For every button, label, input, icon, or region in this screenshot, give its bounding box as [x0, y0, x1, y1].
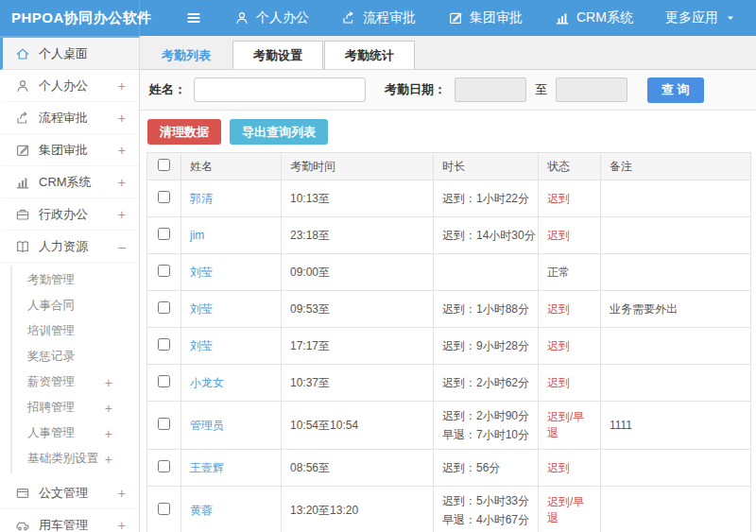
search-button[interactable]: 查 询 [647, 77, 704, 103]
sidebar-item-document-mgmt[interactable]: 公文管理+ [0, 477, 139, 509]
nav-item-label: 流程审批 [363, 9, 416, 26]
row-checkbox[interactable] [158, 228, 170, 240]
employee-name-link[interactable]: 黄蓉 [190, 504, 213, 517]
note-cell [601, 365, 751, 402]
sidebar-item-crm-system[interactable]: CRM系统+ [0, 166, 139, 198]
clear-data-button[interactable]: 清理数据 [147, 119, 221, 145]
submenu-item-label: 人事合同 [27, 298, 75, 314]
expand-toggle-icon[interactable]: + [118, 207, 126, 222]
employee-name-link[interactable]: 管理员 [190, 419, 224, 432]
submenu-item-training-mgmt[interactable]: 培训管理 [12, 318, 139, 344]
duration-cell [434, 254, 539, 291]
row-checkbox[interactable] [158, 265, 170, 277]
employee-name-link[interactable]: 郭清 [190, 192, 213, 205]
submenu-item-attendance-mgmt[interactable]: 考勤管理 [12, 267, 139, 293]
expand-toggle-icon[interactable]: + [118, 175, 126, 190]
expand-toggle-icon[interactable]: + [105, 375, 112, 390]
table-row: 刘莹17:17至迟到：9小时28分迟到 [147, 328, 751, 365]
table-row: jim23:18至迟到：14小时30分迟到 [147, 217, 751, 254]
duration-line: 早退：4小时67分 [442, 510, 529, 529]
row-checkbox[interactable] [158, 191, 170, 203]
sidebar-item-personal-office[interactable]: 个人办公+ [0, 70, 139, 102]
status-cell: 正常 [539, 254, 601, 291]
sidebar-item-label: CRM系统 [39, 174, 92, 191]
table-row: 刘莹09:53至迟到：1小时88分迟到业务需要外出 [147, 291, 751, 328]
sidebar-item-vehicle-mgmt[interactable]: 用车管理+ [0, 509, 139, 532]
app-logo: PHPOA协同办公软件 [0, 0, 140, 36]
sidebar-item-personal-desktop[interactable]: 个人桌面 [0, 38, 139, 70]
duration-cell: 迟到：2小时90分早退：7小时10分 [434, 402, 539, 450]
submenu-item-hr-contract[interactable]: 人事合同 [12, 293, 139, 318]
expand-toggle-icon[interactable]: + [118, 78, 126, 94]
row-checkbox[interactable] [158, 301, 170, 314]
name-cell: 管理员 [181, 402, 282, 450]
row-checkbox[interactable] [158, 338, 170, 351]
attendance-time-cell: 08:56至 [282, 450, 434, 487]
row-checkbox[interactable] [158, 503, 170, 515]
expand-toggle-icon[interactable]: + [118, 111, 126, 126]
expand-toggle-icon[interactable]: + [105, 401, 112, 416]
nav-more-apps[interactable]: 更多应用 [665, 9, 736, 26]
submenu-item-base-category-settings[interactable]: 基础类别设置+ [12, 446, 139, 472]
expand-toggle-icon[interactable]: + [105, 452, 112, 467]
sidebar-item-workflow-approval[interactable]: 流程审批+ [0, 102, 139, 134]
nav-crm-system[interactable]: CRM系统 [555, 9, 633, 26]
user-icon [14, 78, 30, 94]
employee-name-link[interactable]: 王壹辉 [190, 461, 224, 474]
duration-line: 迟到：1小时22分 [442, 189, 529, 208]
table-row: 刘莹09:00至正常 [147, 254, 751, 291]
row-checkbox[interactable] [158, 460, 170, 472]
menu-toggle-icon[interactable] [185, 9, 202, 26]
sidebar-item-admin-office[interactable]: 行政办公+ [0, 198, 139, 231]
tab-attendance-settings[interactable]: 考勤设置 [232, 41, 323, 69]
top-navigation: 个人办公流程审批集团审批CRM系统更多应用 [234, 9, 756, 26]
date-to-input[interactable] [556, 77, 627, 102]
duration-line: 迟到：1小时88分 [442, 300, 529, 318]
tab-attendance-stats[interactable]: 考勤统计 [324, 41, 415, 69]
expand-toggle-icon[interactable]: + [105, 426, 112, 441]
expand-toggle-icon[interactable]: + [118, 486, 126, 501]
sidebar-item-hr[interactable]: 人力资源– [0, 231, 139, 263]
duration-cell: 迟到：14小时30分 [434, 217, 539, 254]
attendance-time-cell: 10:37至 [282, 365, 434, 402]
select-all-checkbox[interactable] [158, 159, 170, 171]
name-cell: 刘莹 [181, 291, 282, 328]
name-cell: 小龙女 [181, 365, 282, 402]
submenu-item-personnel-mgmt[interactable]: 人事管理+ [12, 420, 139, 446]
name-filter-input[interactable] [194, 77, 366, 102]
employee-name-link[interactable]: 小龙女 [190, 376, 224, 389]
sidebar-item-label: 用车管理 [39, 517, 88, 532]
submenu-item-recruitment-mgmt[interactable]: 招聘管理+ [12, 395, 139, 420]
expand-toggle-icon[interactable]: + [118, 143, 126, 158]
export-list-button[interactable]: 导出查询列表 [230, 119, 328, 145]
flow-icon [341, 10, 356, 26]
submenu-item-label: 培训管理 [27, 323, 75, 339]
employee-name-link[interactable]: 刘莹 [190, 266, 213, 279]
table-row: 郭清10:13至迟到：1小时22分迟到 [147, 180, 751, 217]
expand-toggle-icon[interactable]: – [118, 239, 126, 254]
sidebar-item-group-approval[interactable]: 集团审批+ [0, 134, 139, 166]
employee-name-link[interactable]: jim [190, 229, 204, 242]
nav-group-approval[interactable]: 集团审批 [448, 9, 523, 26]
tab-attendance-list[interactable]: 考勤列表 [141, 41, 232, 69]
status-badge: 迟到 [547, 229, 570, 242]
submenu-item-salary-mgmt[interactable]: 薪资管理+ [12, 369, 139, 395]
duration-cell: 迟到：2小时62分 [434, 365, 539, 402]
employee-name-link[interactable]: 刘莹 [190, 302, 213, 316]
date-from-input[interactable] [455, 77, 526, 102]
nav-item-label: 更多应用 [665, 9, 718, 26]
expand-toggle-icon[interactable]: + [118, 518, 126, 532]
row-checkbox[interactable] [158, 418, 170, 430]
sidebar-item-label: 个人办公 [39, 77, 88, 94]
row-checkbox[interactable] [158, 375, 170, 387]
nav-personal-office[interactable]: 个人办公 [234, 9, 309, 26]
status-cell: 迟到 [539, 217, 601, 254]
nav-workflow-approval[interactable]: 流程审批 [341, 9, 416, 26]
name-cell: jim [181, 217, 282, 254]
action-bar: 清理数据 导出查询列表 [140, 111, 756, 152]
briefcase-icon [14, 207, 30, 222]
submenu-item-reward-punishment[interactable]: 奖惩记录 [12, 344, 139, 369]
duration-line: 迟到：2小时90分 [442, 406, 529, 425]
status-badge: 迟到 [547, 302, 570, 316]
employee-name-link[interactable]: 刘莹 [190, 339, 213, 352]
